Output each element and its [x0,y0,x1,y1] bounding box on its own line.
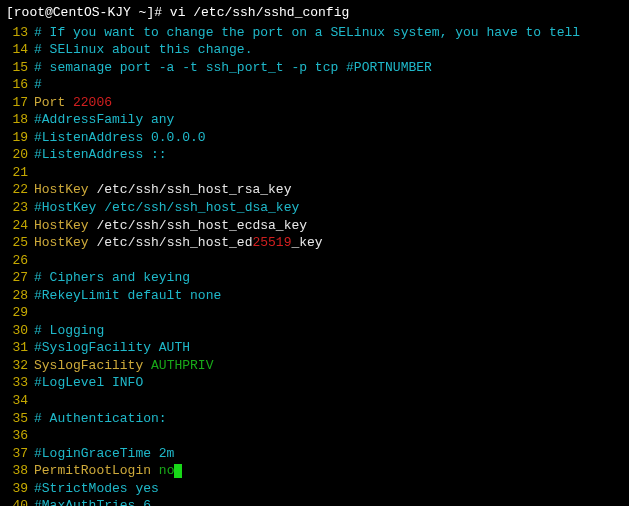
code-line[interactable]: 18#AddressFamily any [6,111,623,129]
code-line[interactable]: 31#SyslogFacility AUTH [6,339,623,357]
code-line[interactable]: 16# [6,76,623,94]
line-content[interactable]: # Logging [34,322,623,340]
code-token: # semanage port -a -t ssh_port_t -p tcp … [34,60,432,75]
line-number: 31 [6,339,34,357]
line-number: 19 [6,129,34,147]
code-line[interactable]: 33#LogLevel INFO [6,374,623,392]
line-number: 17 [6,94,34,112]
code-token: #SyslogFacility AUTH [34,340,190,355]
code-token: #ListenAddress 0.0.0.0 [34,130,206,145]
code-line[interactable]: 22HostKey /etc/ssh/ssh_host_rsa_key [6,181,623,199]
line-number: 20 [6,146,34,164]
line-content[interactable]: PermitRootLogin no [34,462,623,480]
code-line[interactable]: 23#HostKey /etc/ssh/ssh_host_dsa_key [6,199,623,217]
line-number: 22 [6,181,34,199]
line-content[interactable]: #ListenAddress 0.0.0.0 [34,129,623,147]
line-content[interactable]: #HostKey /etc/ssh/ssh_host_dsa_key [34,199,623,217]
line-content[interactable] [34,392,623,410]
line-content[interactable]: # SELinux about this change. [34,41,623,59]
code-line[interactable]: 34 [6,392,623,410]
line-content[interactable] [34,427,623,445]
line-content[interactable] [34,304,623,322]
line-number: 26 [6,252,34,270]
code-line[interactable]: 39#StrictModes yes [6,480,623,498]
line-number: 25 [6,234,34,252]
code-token: AUTHPRIV [151,358,213,373]
code-line[interactable]: 17Port 22006 [6,94,623,112]
line-number: 28 [6,287,34,305]
line-content[interactable]: # semanage port -a -t ssh_port_t -p tcp … [34,59,623,77]
line-number: 38 [6,462,34,480]
code-token: Port [34,95,73,110]
line-content[interactable]: HostKey /etc/ssh/ssh_host_ed25519_key [34,234,623,252]
code-line[interactable]: 20#ListenAddress :: [6,146,623,164]
line-number: 23 [6,199,34,217]
line-number: 18 [6,111,34,129]
code-token: # SELinux about this change. [34,42,252,57]
code-line[interactable]: 25HostKey /etc/ssh/ssh_host_ed25519_key [6,234,623,252]
code-token: /etc/ssh/ssh_host_ecdsa_key [96,218,307,233]
code-line[interactable]: 35# Authentication: [6,410,623,428]
code-line[interactable]: 36 [6,427,623,445]
code-token: HostKey [34,182,96,197]
code-line[interactable]: 40#MaxAuthTries 6 [6,497,623,506]
code-line[interactable]: 27# Ciphers and keying [6,269,623,287]
line-content[interactable]: #MaxAuthTries 6 [34,497,623,506]
line-number: 30 [6,322,34,340]
line-content[interactable]: SyslogFacility AUTHPRIV [34,357,623,375]
line-content[interactable]: # Authentication: [34,410,623,428]
line-content[interactable] [34,164,623,182]
line-content[interactable]: Port 22006 [34,94,623,112]
line-number: 21 [6,164,34,182]
code-line[interactable]: 21 [6,164,623,182]
code-token: #AddressFamily any [34,112,174,127]
line-number: 16 [6,76,34,94]
code-token: # If you want to change the port on a SE… [34,25,580,40]
line-content[interactable]: #StrictModes yes [34,480,623,498]
prompt-text: [root@CentOS-KJY ~]# vi /etc/ssh/sshd_co… [6,5,349,20]
code-token: /etc/ssh/ssh_host_ed [96,235,252,250]
code-token: 22006 [73,95,112,110]
code-line[interactable]: 26 [6,252,623,270]
code-token: HostKey [34,235,96,250]
code-token: # [34,77,42,92]
line-number: 37 [6,445,34,463]
code-line[interactable]: 37#LoginGraceTime 2m [6,445,623,463]
line-content[interactable] [34,252,623,270]
text-cursor [174,464,182,478]
code-line[interactable]: 19#ListenAddress 0.0.0.0 [6,129,623,147]
code-line[interactable]: 38PermitRootLogin no [6,462,623,480]
line-content[interactable]: #ListenAddress :: [34,146,623,164]
code-token: #RekeyLimit default none [34,288,221,303]
line-content[interactable]: # [34,76,623,94]
line-content[interactable]: #AddressFamily any [34,111,623,129]
code-line[interactable]: 14# SELinux about this change. [6,41,623,59]
code-token: HostKey [34,218,96,233]
line-content[interactable]: # Ciphers and keying [34,269,623,287]
code-token: SyslogFacility [34,358,151,373]
code-line[interactable]: 32SyslogFacility AUTHPRIV [6,357,623,375]
line-number: 14 [6,41,34,59]
editor-viewport[interactable]: 13# If you want to change the port on a … [6,24,623,506]
line-content[interactable]: #LogLevel INFO [34,374,623,392]
code-token: # Ciphers and keying [34,270,190,285]
code-token: #ListenAddress :: [34,147,167,162]
code-line[interactable]: 13# If you want to change the port on a … [6,24,623,42]
line-content[interactable]: #SyslogFacility AUTH [34,339,623,357]
code-line[interactable]: 15# semanage port -a -t ssh_port_t -p tc… [6,59,623,77]
line-content[interactable]: HostKey /etc/ssh/ssh_host_rsa_key [34,181,623,199]
line-content[interactable]: #RekeyLimit default none [34,287,623,305]
line-number: 35 [6,410,34,428]
code-line[interactable]: 24HostKey /etc/ssh/ssh_host_ecdsa_key [6,217,623,235]
code-token: #HostKey /etc/ssh/ssh_host_dsa_key [34,200,299,215]
line-number: 34 [6,392,34,410]
code-line[interactable]: 29 [6,304,623,322]
line-content[interactable]: HostKey /etc/ssh/ssh_host_ecdsa_key [34,217,623,235]
code-line[interactable]: 28#RekeyLimit default none [6,287,623,305]
line-content[interactable]: #LoginGraceTime 2m [34,445,623,463]
code-token: no [159,463,175,478]
code-token: #LogLevel INFO [34,375,143,390]
code-line[interactable]: 30# Logging [6,322,623,340]
line-content[interactable]: # If you want to change the port on a SE… [34,24,623,42]
code-token: # Logging [34,323,104,338]
